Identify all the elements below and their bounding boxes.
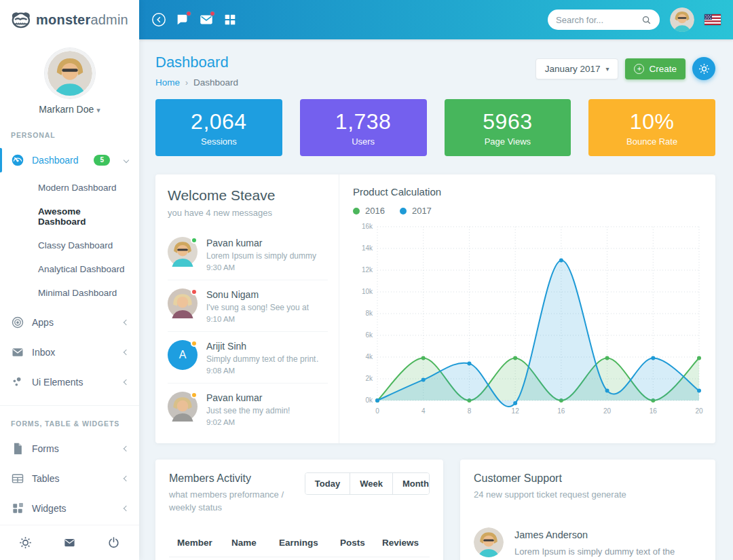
search-input[interactable] xyxy=(556,15,641,25)
caret-down-icon: ▾ xyxy=(605,65,609,73)
stat-label: Sessions xyxy=(201,136,237,147)
message-time: 9:08 AM xyxy=(206,367,318,375)
brand-name-bold: monster xyxy=(36,12,90,27)
avatar xyxy=(168,412,198,424)
profile-avatar[interactable] xyxy=(45,48,95,98)
sidebar-item-ui-elements[interactable]: Ui Elements xyxy=(0,367,139,397)
support-ticket-item[interactable]: James Anderson Lorem Ipsum is simply dum… xyxy=(474,527,702,557)
main-content: Dashboard Home › Dashboard January 2017 … xyxy=(139,39,733,560)
topbar-avatar[interactable] xyxy=(670,7,694,32)
status-dot xyxy=(191,340,198,347)
sidebar-item-widgets[interactable]: Widgets xyxy=(0,493,139,523)
customer-support-subtitle: 24 new support ticket request generate xyxy=(474,489,702,502)
legend-item-2017[interactable]: 2017 xyxy=(400,206,432,216)
settings-button[interactable] xyxy=(692,57,715,80)
breadcrumb: Home › Dashboard xyxy=(155,77,238,88)
svg-text:0k: 0k xyxy=(365,396,373,404)
monster-logo-icon xyxy=(11,11,31,29)
sidebar-item-dashboard[interactable]: Dashboard 5 xyxy=(0,145,139,175)
filter-week-button[interactable]: Week xyxy=(350,473,392,494)
members-table-header: Member Name Earnings Posts Reviews xyxy=(169,538,430,557)
sidebar-item-label: Widgets xyxy=(32,503,67,514)
ticket-preview: Lorem Ipsum is simply dummy text of the xyxy=(514,546,675,557)
power-icon[interactable] xyxy=(107,536,120,549)
mail-icon[interactable] xyxy=(63,536,76,549)
legend-item-2016[interactable]: 2016 xyxy=(353,206,385,216)
svg-text:16: 16 xyxy=(557,407,565,415)
sidebar-nav: PERSONAL Dashboard 5 Modern Dashboard Aw… xyxy=(0,117,139,523)
create-label: Create xyxy=(649,64,677,74)
mail-icon[interactable] xyxy=(199,12,214,27)
sidebar-subitem-analytical-dashboard[interactable]: Analytical Dashboard xyxy=(0,257,139,281)
avatar xyxy=(474,527,504,557)
create-button[interactable]: + Create xyxy=(625,58,685,79)
search-box xyxy=(548,10,660,30)
stat-card-bounce-rate[interactable]: 10% Bounce Rate xyxy=(588,99,715,156)
stat-value: 10% xyxy=(630,109,675,134)
sidebar-item-apps[interactable]: Apps xyxy=(0,307,139,337)
chevron-left-icon xyxy=(124,476,129,481)
brand-name-light: admin xyxy=(90,12,128,27)
sidebar-subitem-minimal-dashboard[interactable]: Minimal Dashboard xyxy=(0,281,139,305)
legend-label: 2017 xyxy=(412,206,432,216)
filter-month-button[interactable]: Month xyxy=(392,473,430,494)
chevron-left-icon xyxy=(124,320,129,325)
column-earnings: Earnings xyxy=(279,538,340,548)
profile-name-row[interactable]: Markarn Doe ▾ xyxy=(0,104,139,115)
plus-icon: + xyxy=(634,64,644,74)
topbar xyxy=(139,0,733,39)
message-item[interactable]: Sonu Nigam I've sung a song! See you at … xyxy=(168,280,328,332)
svg-text:8: 8 xyxy=(468,407,472,415)
svg-text:20: 20 xyxy=(695,407,703,415)
brand-name: monsteradmin xyxy=(36,12,128,28)
sidebar-subitem-awesome-dashboard[interactable]: Awesome Dashboard xyxy=(0,200,139,234)
chat-icon[interactable] xyxy=(175,12,190,27)
gear-icon[interactable] xyxy=(19,536,32,549)
stat-label: Page Views xyxy=(485,136,531,147)
customer-support-title: Customer Support xyxy=(474,472,702,485)
breadcrumb-home[interactable]: Home xyxy=(155,77,180,88)
message-item[interactable]: Pavan kumar Just see the my admin! 9:02 … xyxy=(168,384,328,434)
stat-card-sessions[interactable]: 2,064 Sessions xyxy=(155,99,282,156)
filter-today-button[interactable]: Today xyxy=(305,473,350,494)
sidebar-item-tables[interactable]: Tables xyxy=(0,464,139,493)
sidebar-toggle-icon[interactable] xyxy=(151,12,166,27)
sidebar-subitem-classy-dashboard[interactable]: Classy Dashboard xyxy=(0,234,139,257)
sidebar-footer xyxy=(0,525,139,560)
chevron-left-icon xyxy=(124,350,129,355)
gear-icon xyxy=(698,63,710,75)
message-time: 9:02 AM xyxy=(206,418,290,426)
legend-label: 2016 xyxy=(365,206,385,216)
message-item[interactable]: Pavan kumar Lorem Ipsum is simply dummy … xyxy=(168,229,328,280)
user-profile: Markarn Doe ▾ xyxy=(0,39,139,117)
message-time: 9:30 AM xyxy=(206,263,318,272)
chart-title: Product Calculation xyxy=(353,186,702,198)
avatar xyxy=(168,309,198,320)
customer-support-card: Customer Support 24 new support ticket r… xyxy=(460,460,715,560)
column-name: Name xyxy=(231,538,279,548)
brand-logo[interactable]: monsteradmin xyxy=(0,0,139,39)
stat-card-page-views[interactable]: 5963 Page Views xyxy=(445,99,571,156)
target-icon xyxy=(11,316,24,329)
table-icon xyxy=(11,472,24,485)
breadcrumb-current: Dashboard xyxy=(193,77,238,88)
sidebar-item-forms[interactable]: Forms xyxy=(0,434,139,464)
language-flag-icon[interactable] xyxy=(704,14,721,25)
stat-value: 1,738 xyxy=(335,109,392,134)
members-activity-card: Members Activity what members preformanc… xyxy=(155,460,443,560)
sidebar-item-inbox[interactable]: Inbox xyxy=(0,337,139,367)
welcome-title: Welcome Steave xyxy=(168,187,328,204)
message-preview: Simply dummy text of the print… xyxy=(206,354,318,364)
members-activity-subtitle: what members preformance / weekly status xyxy=(169,489,305,515)
status-dot xyxy=(191,392,198,398)
search-icon[interactable] xyxy=(641,15,652,25)
sidebar-item-label: Forms xyxy=(32,443,59,454)
apps-grid-icon[interactable] xyxy=(223,12,238,27)
ticket-sender-name: James Anderson xyxy=(514,527,675,540)
speedometer-icon xyxy=(11,153,24,167)
message-item[interactable]: A Arijit Sinh Simply dummy text of the p… xyxy=(168,332,328,384)
period-dropdown[interactable]: January 2017 ▾ xyxy=(535,58,619,79)
sidebar: monsteradmin Markarn Doe ▾ PERSONAL Dash… xyxy=(0,0,139,560)
stat-card-users[interactable]: 1,738 Users xyxy=(300,99,427,156)
sidebar-subitem-modern-dashboard[interactable]: Modern Dashboard xyxy=(0,176,139,200)
